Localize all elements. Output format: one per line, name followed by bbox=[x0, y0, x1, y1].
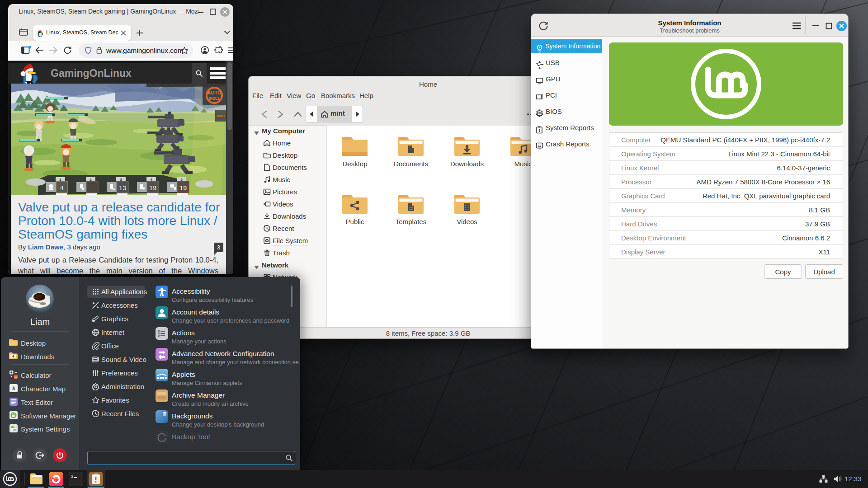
svg-text:AUTO: AUTO bbox=[208, 90, 222, 95]
svg-text:SKILL: SKILL bbox=[208, 96, 221, 101]
svg-text:$: $ bbox=[71, 474, 73, 479]
svg-text:Public: Public bbox=[346, 218, 364, 225]
svg-text:13: 13 bbox=[119, 184, 127, 192]
svg-text:DMG: DMG bbox=[217, 114, 225, 118]
svg-text:5: 5 bbox=[180, 178, 183, 182]
svg-text:á: á bbox=[12, 385, 15, 391]
svg-text:4: 4 bbox=[150, 178, 152, 182]
svg-text:Music: Music bbox=[514, 160, 532, 168]
svg-text:Videos: Videos bbox=[457, 218, 477, 225]
svg-text:Documents: Documents bbox=[394, 160, 428, 168]
svg-text:3: 3 bbox=[120, 178, 122, 182]
svg-text:1: 1 bbox=[59, 178, 61, 182]
svg-text:19: 19 bbox=[179, 184, 187, 192]
svg-text:2: 2 bbox=[90, 178, 92, 182]
svg-text:Desktop: Desktop bbox=[342, 160, 367, 168]
svg-text:4: 4 bbox=[60, 184, 64, 192]
svg-text:19: 19 bbox=[149, 184, 157, 192]
svg-text:Templates: Templates bbox=[396, 218, 426, 225]
svg-text:Downloads: Downloads bbox=[450, 160, 484, 168]
